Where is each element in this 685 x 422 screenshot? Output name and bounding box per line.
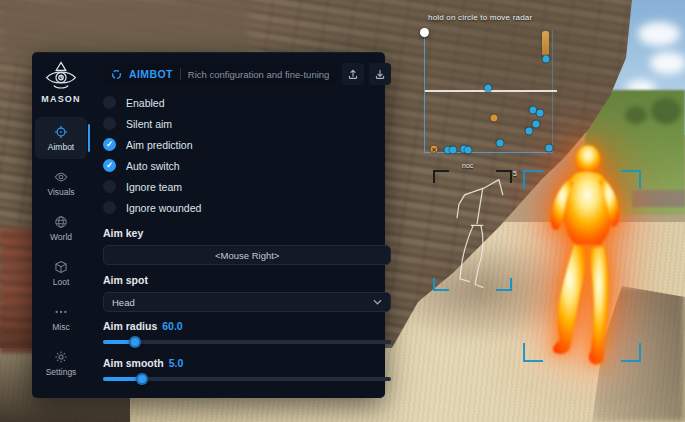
skeleton-distance-label: 5 — [513, 170, 517, 177]
esp-corner — [433, 170, 449, 183]
skeleton-esp — [448, 172, 508, 294]
sidebar-item-aimbot[interactable]: Aimbot — [35, 117, 87, 159]
radar-dot — [543, 56, 550, 63]
esp-corner — [621, 343, 641, 362]
radar-dot — [546, 145, 553, 152]
esp-corner — [523, 343, 543, 362]
tree — [625, 106, 647, 124]
aim-radius-label: Aim radius — [103, 320, 157, 332]
cube-icon — [54, 260, 68, 274]
aim-smooth-label: Aim smooth — [103, 357, 164, 369]
slider-track[interactable] — [103, 340, 391, 344]
radar-dot — [526, 128, 533, 135]
brand-logo: MASON — [41, 60, 81, 104]
sidebar-item-label: Misc — [52, 322, 69, 332]
radar-dot — [465, 147, 472, 154]
download-icon — [374, 68, 386, 80]
toggle-label: Enabled — [126, 97, 165, 109]
aim-spot-label: Aim spot — [103, 274, 391, 286]
sidebar-item-label: Loot — [53, 277, 70, 287]
radar-hint-text: hold on circle to move radar — [428, 13, 532, 22]
checkbox[interactable] — [103, 138, 116, 151]
slider-thumb[interactable] — [129, 336, 141, 348]
cloud — [638, 22, 680, 46]
sidebar: MASON Aimbot Visuals World — [32, 53, 90, 398]
aim-key-button[interactable]: <Mouse Right> — [103, 245, 391, 265]
radar-dot — [485, 85, 492, 92]
cloud — [650, 52, 685, 74]
sidebar-item-label: Aimbot — [48, 142, 74, 152]
toggle-ignore-team[interactable]: Ignore team — [103, 176, 391, 197]
toggle-ignore-wounded[interactable]: Ignore wounded — [103, 197, 391, 218]
toggle-label: Auto switch — [126, 160, 180, 172]
divider — [180, 68, 181, 80]
toggle-silent-aim[interactable]: Silent aim — [103, 113, 391, 134]
eye-icon — [54, 170, 68, 184]
sidebar-item-misc[interactable]: Misc — [35, 297, 87, 339]
radar[interactable]: hold on circle to move radar ✕ — [424, 30, 553, 153]
sidebar-item-world[interactable]: World — [35, 207, 87, 249]
checkbox[interactable] — [103, 96, 116, 109]
radar-marker-bar — [542, 31, 549, 56]
radar-dot — [537, 110, 544, 117]
radar-dot — [533, 121, 540, 128]
panel-subtitle: Rich configuration and fine-tuning — [188, 69, 330, 80]
checkbox[interactable] — [103, 117, 116, 130]
spinner-circle-icon — [111, 69, 122, 80]
aim-spot-value: Head — [112, 297, 135, 308]
radar-dot: ✕ — [431, 146, 438, 153]
checkbox[interactable] — [103, 159, 116, 172]
esp-corner — [621, 170, 641, 189]
mason-eye-icon — [43, 60, 79, 92]
aim-spot-select[interactable]: Head — [103, 292, 391, 312]
sidebar-item-loot[interactable]: Loot — [35, 252, 87, 294]
game-viewport: noc 5 hold on circle to move radar ✕ MAS… — [0, 0, 685, 422]
aim-key-label: Aim key — [103, 227, 391, 239]
radar-drag-handle[interactable] — [420, 28, 429, 37]
radar-axis-line — [425, 90, 557, 92]
aim-smooth-value: 5.0 — [169, 357, 184, 369]
toggle-label: Aim prediction — [126, 139, 193, 151]
gear-icon — [54, 350, 68, 364]
radar-dot — [497, 140, 504, 147]
upload-icon — [347, 68, 359, 80]
toggle-auto-switch[interactable]: Auto switch — [103, 155, 391, 176]
radar-dot — [530, 107, 537, 114]
checkbox[interactable] — [103, 180, 116, 193]
sidebar-item-label: Visuals — [47, 187, 74, 197]
skeleton-player-name: noc — [462, 162, 473, 169]
sidebar-item-label: Settings — [46, 367, 77, 377]
export-config-button[interactable] — [342, 63, 364, 85]
radar-dot — [450, 147, 457, 154]
aim-radius-slider[interactable] — [103, 334, 391, 349]
checkbox[interactable] — [103, 201, 116, 214]
crosshair-icon — [54, 125, 68, 139]
aimbot-panel: AIMBOT Rich configuration and fine-tunin… — [90, 53, 401, 398]
panel-title: AIMBOT — [129, 68, 173, 80]
panel-title-bar: AIMBOT Rich configuration and fine-tunin… — [103, 63, 337, 85]
ellipsis-icon — [54, 305, 68, 319]
radar-dot — [491, 115, 498, 122]
cheat-menu-window: MASON Aimbot Visuals World — [32, 52, 385, 398]
dirt-patch — [0, 0, 250, 60]
slider-thumb[interactable] — [136, 373, 148, 385]
toggle-label: Silent aim — [126, 118, 172, 130]
globe-icon — [54, 215, 68, 229]
esp-corner — [433, 278, 449, 291]
tree — [651, 98, 681, 124]
sidebar-item-label: World — [50, 232, 72, 242]
toggle-aim-prediction[interactable]: Aim prediction — [103, 134, 391, 155]
toggle-label: Ignore team — [126, 181, 182, 193]
sidebar-item-visuals[interactable]: Visuals — [35, 162, 87, 204]
player-esp-box — [523, 170, 641, 362]
aim-radius-value: 60.0 — [162, 320, 182, 332]
esp-corner — [523, 170, 543, 189]
sidebar-item-settings[interactable]: Settings — [35, 342, 87, 384]
aim-smooth-slider[interactable] — [103, 371, 391, 386]
chevron-down-icon — [373, 299, 382, 305]
toggle-enabled[interactable]: Enabled — [103, 92, 391, 113]
toggle-label: Ignore wounded — [126, 202, 201, 214]
import-config-button[interactable] — [369, 63, 391, 85]
brand-name: MASON — [41, 94, 81, 104]
